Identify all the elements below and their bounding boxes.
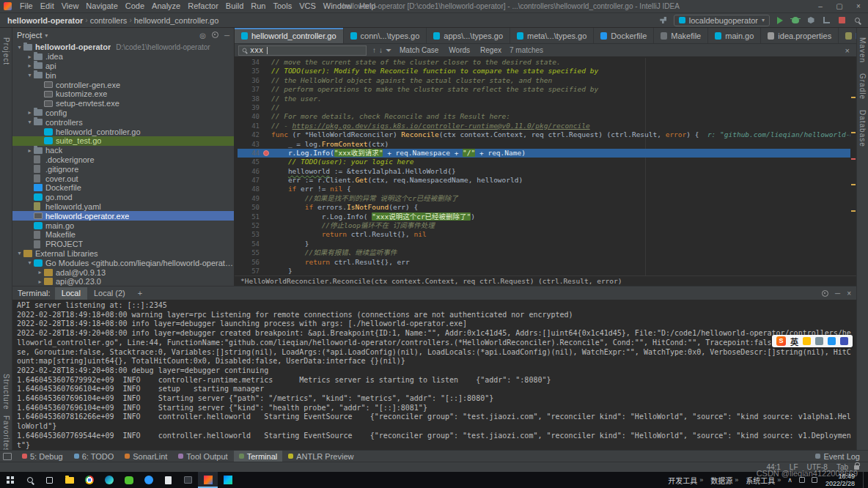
dingtalk-icon[interactable] — [139, 472, 158, 488]
terminal-tab[interactable]: Local (2) — [87, 287, 132, 300]
tool-window-button-6-todo[interactable]: 6: TODO — [69, 451, 119, 462]
profiler-button[interactable] — [821, 15, 831, 26]
microphone-icon[interactable] — [828, 337, 836, 345]
line-number[interactable]: 49 — [238, 194, 260, 203]
terminal-settings-icon[interactable] — [822, 290, 828, 297]
tree-item[interactable]: helloworld-operator.exe — [12, 211, 234, 221]
line-number[interactable]: 34 — [238, 58, 260, 67]
show-desktop-button[interactable] — [863, 472, 866, 488]
chrome-icon[interactable] — [79, 472, 99, 488]
tree-item[interactable]: helloworld_controller.go — [12, 127, 234, 136]
menu-build[interactable]: Build — [222, 0, 247, 12]
tool-window-button-sonarlint[interactable]: SonarLint — [119, 451, 172, 462]
breadcrumb-item[interactable]: helloworld-operator — [6, 16, 84, 25]
breadcrumb-item[interactable]: controllers — [89, 16, 129, 25]
code-line[interactable]: 40// For more details, check Reconcile a… — [238, 112, 850, 121]
line-number[interactable]: 56 — [238, 258, 260, 267]
tree-item[interactable]: ▸api — [12, 62, 234, 71]
menu-run[interactable]: Run — [247, 0, 269, 12]
tray-network-icon[interactable] — [799, 477, 805, 483]
tool-window-switcher-icon[interactable] — [3, 453, 12, 460]
line-number[interactable]: 37 — [238, 85, 260, 94]
event-log-button[interactable]: Event Log — [810, 451, 865, 462]
sogou-logo-icon[interactable]: S — [776, 336, 786, 346]
code-line[interactable]: 34// move the current state of the clust… — [238, 58, 850, 67]
tree-item[interactable]: ▾bin — [12, 70, 234, 80]
menu-code[interactable]: Code — [122, 0, 148, 12]
menu-refactor[interactable]: Refactor — [184, 0, 222, 12]
menu-help[interactable]: Help — [356, 0, 380, 12]
code-area[interactable]: 34// move the current state of the clust… — [235, 58, 850, 276]
tree-item[interactable]: ▸hack — [12, 146, 234, 155]
editor-tab[interactable]: apps\...\types.go — [427, 28, 510, 43]
line-number[interactable]: 51 — [238, 212, 260, 221]
editor-tab[interactable]: conn\...\types.go — [344, 28, 427, 43]
menu-tools[interactable]: Tools — [269, 0, 295, 12]
menu-view[interactable]: View — [58, 0, 83, 12]
ime-language-indicator[interactable]: 英 — [790, 336, 798, 347]
line-number[interactable]: 40 — [238, 112, 260, 121]
notepad-icon[interactable] — [158, 472, 178, 488]
editor-tab[interactable]: helloworld_controller.go — [235, 28, 344, 43]
tree-toggle-icon[interactable]: ▸ — [26, 62, 34, 69]
code-line[interactable]: 47 err := r.Client.Get(ctx, req.Namespac… — [238, 176, 850, 185]
tool-window-button-tool-output[interactable]: Tool Output — [173, 451, 232, 462]
tray-volume-icon[interactable] — [812, 477, 817, 483]
tree-item[interactable]: ▾helloworld-operatorD:\code1\helloworld-… — [12, 42, 234, 52]
tree-item[interactable]: ▸adal@v0.9.13 — [12, 267, 234, 277]
tree-item[interactable]: controller-gen.exe — [12, 80, 234, 89]
line-number[interactable]: 38 — [238, 95, 260, 103]
editor-tab[interactable]: idea.properties — [761, 28, 839, 43]
code-line[interactable]: 52 //停止loop循环不在 订阅事件处理 — [238, 221, 850, 230]
run-configuration-select[interactable]: localdebugoperator ▾ — [674, 15, 770, 26]
find-toggle-match-case[interactable]: Match Case — [397, 46, 441, 54]
menu-edit[interactable]: Edit — [37, 0, 58, 12]
minimize-panel-icon[interactable]: ─ — [835, 289, 840, 297]
line-number[interactable]: 39 — [238, 103, 260, 112]
taskbar-toolbar[interactable]: 数据源» — [710, 475, 738, 486]
build-hammer-icon[interactable] — [658, 15, 669, 26]
hide-panel-icon[interactable]: ─ — [224, 32, 229, 40]
tree-item[interactable]: go.mod — [12, 193, 234, 202]
tool-stripe-project[interactable]: Project — [2, 37, 10, 65]
editor-tab[interactable]: Makefile — [654, 28, 708, 43]
code-line[interactable]: 44 r.Log.Info("xxx收到请求" + req.Namespace … — [238, 149, 850, 158]
tree-item[interactable]: kustomize.exe — [12, 89, 234, 99]
code-line[interactable]: 56 return ctrl.Result{}, err — [238, 258, 850, 267]
menu-navigate[interactable]: Navigate — [82, 0, 121, 12]
tree-toggle-icon[interactable]: ▸ — [26, 109, 34, 116]
code-line[interactable]: 45 // TODO(user): your logic here — [238, 158, 850, 166]
editor-tab[interactable]: main.go — [708, 28, 761, 43]
line-number[interactable]: 53 — [238, 230, 260, 239]
editor-tab[interactable]: meta\...\types.go — [510, 28, 594, 43]
code-line[interactable]: 42func (r *HelloWorldReconciler) Reconci… — [238, 130, 850, 139]
gear-icon[interactable] — [212, 32, 218, 38]
chevron-down-icon[interactable]: ▾ — [45, 32, 48, 39]
tool-stripe-structure[interactable]: Structure — [2, 374, 10, 410]
tree-toggle-icon[interactable]: ▸ — [26, 147, 34, 154]
line-number[interactable]: 35 — [238, 67, 260, 75]
toolbox-icon[interactable] — [840, 337, 848, 345]
tree-item[interactable]: PROJECT — [12, 240, 234, 249]
tree-toggle-icon[interactable]: ▾ — [26, 119, 34, 125]
tree-toggle-icon[interactable]: ▸ — [26, 53, 34, 60]
search-everywhere-icon[interactable] — [852, 15, 862, 26]
maximize-icon[interactable]: ▢ — [830, 0, 849, 12]
edge-icon[interactable] — [99, 472, 119, 488]
search-input[interactable]: xxx — [238, 45, 367, 56]
menu-window[interactable]: Window — [320, 0, 356, 12]
tree-item[interactable]: ▸config — [12, 108, 234, 118]
menu-analyze[interactable]: Analyze — [148, 0, 184, 12]
code-line[interactable]: 35// TODO(user): Modify the Reconcile fu… — [238, 67, 850, 75]
code-line[interactable]: 36// the HelloWorld object against the a… — [238, 76, 850, 85]
terminal-tab[interactable]: Local — [55, 287, 87, 300]
line-number[interactable]: 50 — [238, 203, 260, 212]
tree-item[interactable]: ▸.idea — [12, 52, 234, 62]
line-number[interactable]: 44 — [238, 149, 260, 158]
tree-toggle-icon[interactable]: ▾ — [15, 250, 23, 256]
project-panel-title[interactable]: Project — [17, 31, 42, 40]
code-line[interactable]: 39// — [238, 103, 850, 112]
tool-window-button-terminal[interactable]: Terminal — [234, 451, 283, 462]
code-line[interactable]: 37// perform operations to make the clus… — [238, 85, 850, 94]
file-explorer-icon[interactable] — [59, 472, 79, 488]
